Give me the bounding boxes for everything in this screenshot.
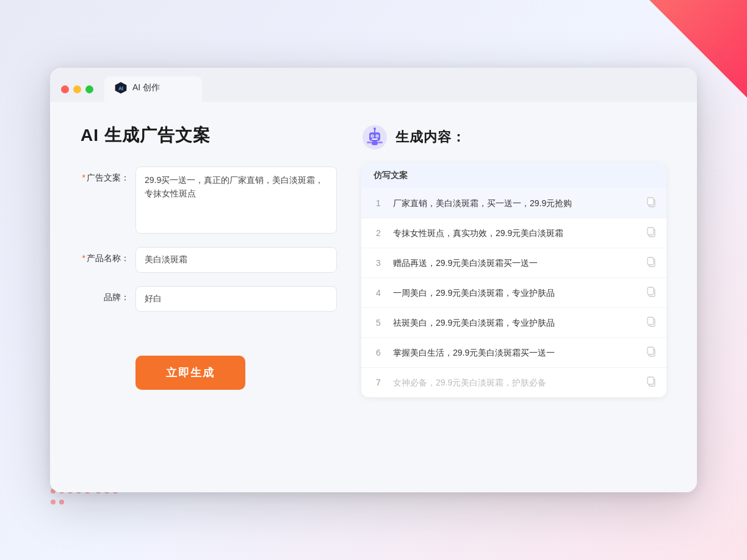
svg-rect-21 — [648, 287, 654, 295]
row-number: 2 — [371, 228, 386, 238]
ad-copy-input[interactable] — [135, 167, 337, 234]
browser-content: AI 生成广告文案 *广告文案： *产品名称： 品牌： 立 — [50, 102, 697, 492]
row-number: 5 — [371, 318, 386, 328]
row-text: 祛斑美白，29.9元美白淡斑霜，专业护肤品 — [393, 317, 638, 329]
traffic-light-close[interactable] — [61, 85, 69, 93]
svg-point-8 — [372, 135, 373, 137]
row-text: 一周美白，29.9元美白淡斑霜，专业护肤品 — [393, 287, 638, 300]
svg-rect-10 — [372, 138, 378, 140]
svg-rect-15 — [648, 198, 654, 205]
ad-copy-label: *广告文案： — [81, 167, 135, 184]
copy-icon[interactable] — [646, 346, 657, 359]
traffic-lights — [61, 85, 93, 102]
row-text: 赠品再送，29.9元美白淡斑霜买一送一 — [393, 257, 638, 270]
browser-tab[interactable]: AI AI 创作 — [104, 76, 202, 102]
left-panel: AI 生成广告文案 *广告文案： *产品名称： 品牌： 立 — [81, 124, 337, 468]
row-number: 6 — [371, 348, 386, 357]
right-panel: 生成内容： 仿写文案 1厂家直销，美白淡斑霜，买一送一，29.9元抢购2专抹女性… — [361, 124, 666, 468]
row-number: 4 — [371, 288, 386, 298]
product-name-label: *产品名称： — [81, 247, 135, 264]
table-header: 仿写文案 — [361, 163, 666, 188]
table-row: 6掌握美白生活，29.9元美白淡斑霜买一送一 — [361, 338, 666, 368]
copy-icon[interactable] — [646, 256, 657, 270]
row-text: 掌握美白生活，29.9元美白淡斑霜买一送一 — [393, 346, 638, 359]
result-header: 生成内容： — [361, 124, 666, 151]
brand-label: 品牌： — [81, 286, 135, 303]
row-number: 1 — [371, 198, 386, 208]
row-text: 厂家直销，美白淡斑霜，买一送一，29.9元抢购 — [393, 197, 638, 210]
svg-rect-13 — [378, 142, 383, 143]
result-title: 生成内容： — [395, 128, 466, 146]
svg-rect-25 — [648, 347, 654, 354]
result-rows-container: 1厂家直销，美白淡斑霜，买一送一，29.9元抢购2专抹女性斑点，真实功效，29.… — [361, 188, 666, 397]
product-name-input[interactable] — [135, 247, 337, 273]
copy-icon[interactable] — [646, 376, 657, 389]
row-number: 3 — [371, 258, 386, 268]
traffic-light-maximize[interactable] — [85, 85, 93, 93]
copy-icon[interactable] — [646, 316, 657, 329]
copy-icon[interactable] — [646, 286, 657, 300]
robot-icon — [361, 124, 388, 151]
svg-text:AI: AI — [118, 86, 123, 92]
ai-tab-icon: AI — [114, 81, 128, 95]
svg-rect-23 — [648, 317, 654, 325]
svg-rect-12 — [367, 142, 372, 143]
browser-chrome: AI AI 创作 — [50, 68, 697, 102]
svg-rect-11 — [372, 141, 378, 145]
tab-label: AI 创作 — [132, 82, 160, 93]
table-row: 1厂家直销，美白淡斑霜，买一送一，29.9元抢购 — [361, 188, 666, 218]
copy-icon[interactable] — [646, 196, 657, 210]
bg-decoration-dots — [49, 487, 122, 523]
product-name-required: * — [82, 253, 85, 263]
table-row: 3赠品再送，29.9元美白淡斑霜买一送一 — [361, 248, 666, 278]
svg-rect-19 — [648, 257, 654, 265]
ad-copy-group: *广告文案： — [81, 167, 337, 234]
table-row: 2专抹女性斑点，真实功效，29.9元美白淡斑霜 — [361, 218, 666, 248]
copy-icon[interactable] — [646, 226, 657, 240]
svg-point-5 — [374, 127, 376, 130]
svg-point-9 — [377, 135, 378, 137]
brand-group: 品牌： — [81, 286, 337, 312]
generate-button[interactable]: 立即生成 — [135, 356, 245, 390]
row-text: 专抹女性斑点，真实功效，29.9元美白淡斑霜 — [393, 227, 638, 240]
row-number: 7 — [371, 378, 386, 387]
svg-rect-27 — [648, 377, 654, 384]
ad-copy-required: * — [82, 173, 85, 182]
browser-window: AI AI 创作 AI 生成广告文案 *广告文案： *产品名称： — [50, 68, 697, 492]
brand-input[interactable] — [135, 286, 337, 312]
svg-rect-17 — [648, 228, 654, 235]
row-text: 女神必备，29.9元美白淡斑霜，护肤必备 — [393, 376, 638, 389]
table-row: 7女神必备，29.9元美白淡斑霜，护肤必备 — [361, 368, 666, 397]
product-name-group: *产品名称： — [81, 247, 337, 273]
table-row: 5祛斑美白，29.9元美白淡斑霜，专业护肤品 — [361, 308, 666, 338]
traffic-light-minimize[interactable] — [73, 85, 81, 93]
page-title: AI 生成广告文案 — [81, 124, 337, 147]
table-row: 4一周美白，29.9元美白淡斑霜，专业护肤品 — [361, 278, 666, 308]
result-table: 仿写文案 1厂家直销，美白淡斑霜，买一送一，29.9元抢购2专抹女性斑点，真实功… — [361, 163, 666, 397]
